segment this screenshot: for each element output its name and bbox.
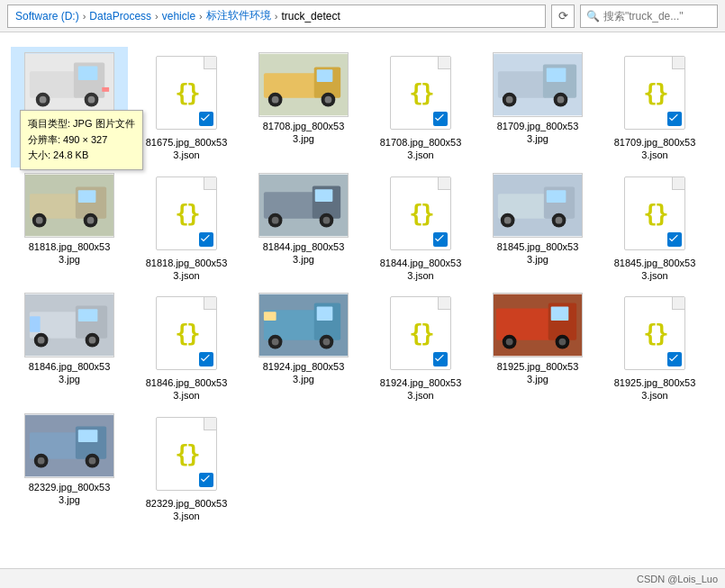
file-item[interactable]: 82329.jpg_800x53 3.jpg [11, 408, 128, 529]
json-file-icon: {} [619, 52, 691, 133]
search-input[interactable] [603, 10, 711, 23]
sep1: › [83, 11, 86, 22]
file-item[interactable]: {} 81844.jpg_800x53 3.json [362, 167, 479, 288]
file-label: 81925.jpg_800x53 3.json [614, 376, 696, 403]
svg-point-82 [89, 457, 96, 465]
tooltip-size-label: 大小: 24.8 KB [28, 149, 88, 160]
breadcrumb-truckdetect: truck_detect [281, 10, 340, 23]
image-thumbnail [493, 52, 583, 117]
svg-rect-70 [551, 307, 569, 321]
file-label: 81709.jpg_800x53 3.jpg [497, 120, 579, 146]
svg-point-7 [88, 96, 95, 104]
svg-point-46 [504, 216, 512, 223]
file-label: 81708.jpg_800x53 3.json [380, 136, 462, 162]
file-item[interactable]: 81925.jpg_800x53 3.jpg [479, 287, 596, 408]
svg-point-22 [506, 96, 513, 104]
file-label: 82329.jpg_800x53 3.json [146, 497, 228, 523]
file-grid: 81675.jpg_800x53 3.jpg 项目类型: JPG 图片文件 分辨… [0, 32, 725, 568]
image-thumbnail [24, 52, 114, 117]
refresh-button[interactable]: ⟳ [551, 5, 575, 28]
image-thumbnail [24, 173, 114, 238]
svg-rect-36 [315, 189, 333, 202]
svg-rect-1 [30, 71, 78, 97]
file-label: 81675.jpg_800x53 3.json [146, 136, 228, 162]
svg-rect-66 [264, 312, 276, 321]
file-label: 81818.jpg_800x53 3.json [146, 257, 228, 283]
svg-point-30 [36, 216, 43, 223]
file-item[interactable]: 81708.jpg_800x53 3.jpg [245, 47, 362, 167]
json-file-icon: {} [150, 413, 222, 494]
file-item[interactable]: {} 81846.jpg_800x53 3.json [128, 287, 245, 408]
file-label: 81924.jpg_800x53 3.json [380, 376, 462, 403]
file-label: 81708.jpg_800x53 3.jpg [263, 120, 345, 146]
file-item[interactable]: {} 81924.jpg_800x53 3.json [362, 287, 479, 408]
file-item[interactable]: {} 81675.jpg_800x53 3.json [128, 47, 245, 167]
sep3: › [199, 11, 203, 22]
file-label: 81924.jpg_800x53 3.jpg [263, 360, 345, 386]
file-label: 81675.jpg_800x53 3.jpg [29, 120, 111, 146]
file-label: 81846.jpg_800x53 3.json [146, 376, 228, 403]
file-item[interactable]: 81846.jpg_800x53 3.jpg [11, 287, 128, 408]
file-label: 81844.jpg_800x53 3.json [380, 257, 462, 283]
svg-rect-76 [30, 432, 78, 458]
svg-point-80 [38, 457, 45, 465]
svg-point-48 [556, 216, 563, 223]
image-thumbnail [493, 173, 583, 238]
watermark: CSDN @Lois_Luo [637, 574, 718, 584]
svg-rect-68 [496, 309, 551, 340]
image-thumbnail [24, 413, 114, 478]
file-item[interactable]: {} 81845.jpg_800x53 3.json [596, 167, 713, 288]
file-label: 81845.jpg_800x53 3.jpg [497, 240, 579, 267]
file-label: 81846.jpg_800x53 3.jpg [29, 360, 111, 386]
image-thumbnail [258, 293, 349, 357]
file-label: 81845.jpg_800x53 3.json [614, 257, 696, 283]
svg-point-74 [559, 339, 566, 346]
breadcrumb-biaozhusoftware[interactable]: 标注软件环境 [206, 8, 271, 23]
file-item[interactable]: 81844.jpg_800x53 3.jpg [245, 167, 362, 288]
search-bar: 🔍 [580, 5, 718, 28]
json-file-icon: {} [385, 173, 457, 254]
breadcrumb-dataprocess[interactable]: DataProcess [89, 10, 151, 23]
svg-rect-20 [547, 68, 566, 82]
file-item[interactable]: {} 81708.jpg_800x53 3.json [362, 47, 479, 167]
file-label: 81709.jpg_800x53 3.json [614, 136, 696, 162]
file-item[interactable]: 81845.jpg_800x53 3.jpg [479, 167, 596, 288]
svg-rect-57 [30, 316, 41, 332]
svg-rect-3 [78, 66, 98, 80]
svg-rect-44 [547, 190, 566, 203]
file-item[interactable]: 81818.jpg_800x53 3.jpg [11, 167, 128, 288]
file-item[interactable]: {} 81925.jpg_800x53 3.json [596, 287, 713, 408]
svg-point-5 [40, 96, 47, 104]
svg-point-72 [506, 339, 513, 346]
sep2: › [155, 11, 159, 22]
svg-point-54 [38, 337, 45, 344]
image-thumbnail [493, 293, 583, 357]
breadcrumb-software[interactable]: Software (D:) [15, 10, 79, 23]
svg-point-24 [557, 96, 565, 104]
search-icon: 🔍 [586, 10, 600, 23]
file-item[interactable]: 81675.jpg_800x53 3.jpg 项目类型: JPG 图片文件 分辨… [11, 47, 128, 167]
file-item[interactable]: {} 82329.jpg_800x53 3.json [128, 408, 245, 529]
file-item[interactable]: 81709.jpg_800x53 3.jpg [479, 47, 596, 167]
svg-point-16 [325, 96, 332, 104]
svg-point-38 [272, 216, 279, 223]
json-file-icon: {} [150, 173, 222, 254]
status-bar: CSDN @Lois_Luo [0, 568, 725, 588]
file-label: 82329.jpg_800x53 3.jpg [29, 481, 111, 507]
file-item[interactable]: 81924.jpg_800x53 3.jpg [245, 287, 362, 408]
breadcrumb-vehicle[interactable]: vehicle [162, 10, 195, 23]
image-thumbnail [258, 52, 349, 117]
json-file-icon: {} [619, 173, 691, 254]
image-thumbnail [258, 173, 349, 238]
file-label: 81925.jpg_800x53 3.jpg [497, 360, 579, 386]
file-label: 81844.jpg_800x53 3.jpg [263, 240, 345, 267]
file-item[interactable]: {} 81818.jpg_800x53 3.json [128, 167, 245, 288]
file-item[interactable]: {} 81709.jpg_800x53 3.json [596, 47, 713, 167]
svg-rect-12 [317, 69, 333, 82]
breadcrumb-bar[interactable]: Software (D:) › DataProcess › vehicle › … [7, 5, 546, 28]
svg-point-14 [272, 96, 279, 104]
sep4: › [275, 11, 278, 22]
svg-rect-52 [78, 310, 98, 322]
svg-rect-61 [317, 307, 333, 321]
svg-rect-18 [498, 71, 547, 97]
